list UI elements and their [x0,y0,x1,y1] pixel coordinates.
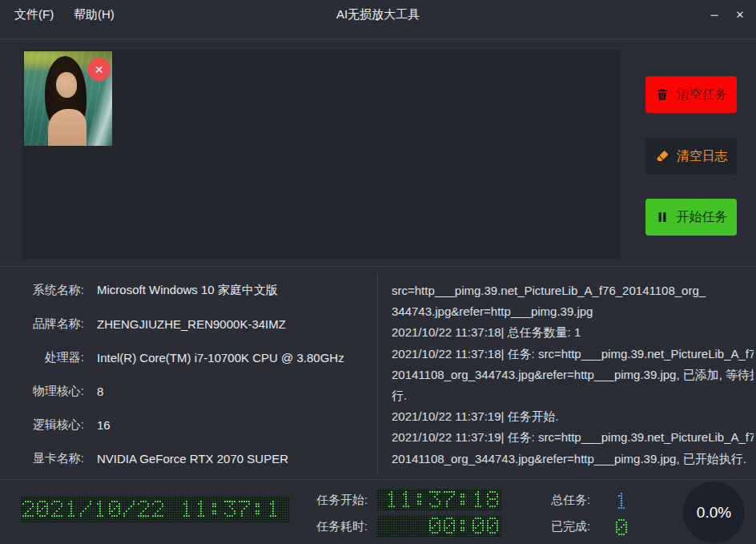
pause-icon [655,210,670,224]
log-panel[interactable]: src=http___pimg.39.net_PictureLib_A_f76_… [392,280,754,473]
led-datetime-display [20,496,289,522]
info-row-gpu: 显卡名称: NVIDIA GeForce RTX 2070 SUPER [16,441,368,475]
led-completed-count [613,517,628,538]
led-total-tasks-count [613,490,628,512]
titlebar-divider [0,38,756,39]
task-start-label: 任务开始: [316,493,368,508]
log-line: 2021/10/22 11:37:19| 任务: src=http___pimg… [392,427,754,448]
log-line: 20141108_org_344743.jpg&refer=http___pim… [392,365,754,385]
content-divider [0,266,756,267]
info-value: 16 [97,418,111,432]
task-list-panel: ✕ [22,50,621,259]
system-info: 系统名称: Microsoft Windows 10 家庭中文版 品牌名称: Z… [16,273,368,475]
log-line: 2021/10/22 11:37:18| 任务: src=http___pimg… [392,344,754,365]
minimize-button[interactable]: ─ [703,5,726,24]
info-row-os: 系统名称: Microsoft Windows 10 家庭中文版 [16,273,368,307]
window-title: AI无损放大工具 [0,7,756,22]
info-row-logical-cores: 逻辑核心: 16 [16,408,368,441]
info-label: 物理核心: [16,384,84,399]
app-window: 文件(F) 帮助(H) AI无损放大工具 ─ ✕ ✕ 清空任务 清空日志 开始任… [0,0,756,544]
info-log-divider [377,273,378,474]
log-line: src=http___pimg.39.net_PictureLib_A_f76_… [392,280,754,301]
info-row-cpu: 处理器: Intel(R) Core(TM) i7-10700K CPU @ 3… [16,341,368,374]
info-label: 品牌名称: [16,316,84,332]
info-label: 系统名称: [16,283,84,298]
thumbnail-person-face [56,72,77,98]
info-value: Microsoft Windows 10 家庭中文版 [97,283,278,298]
progress-indicator: 0.0% [683,482,745,543]
led-task-elapsed-time [376,515,501,537]
info-value: 8 [97,385,103,398]
eraser-icon [655,149,670,163]
info-label: 处理器: [16,350,84,365]
remove-task-icon[interactable]: ✕ [87,58,111,81]
close-button[interactable]: ✕ [729,5,751,24]
titlebar: 文件(F) 帮助(H) AI无损放大工具 ─ ✕ [0,0,756,38]
info-value: Intel(R) Core(TM) i7-10700K CPU @ 3.80GH… [97,351,344,365]
info-row-physical-cores: 物理核心: 8 [16,374,368,408]
task-elapsed-label: 任务耗时: [316,519,368,534]
info-value: ZHENGJIUZHE_REN9000K-34IMZ [97,317,286,331]
start-task-label: 开始任务 [677,209,728,226]
total-tasks-label: 总任务: [551,493,590,508]
info-row-brand: 品牌名称: ZHENGJIUZHE_REN9000K-34IMZ [16,307,368,341]
info-label: 逻辑核心: [16,417,84,433]
info-value: NVIDIA GeForce RTX 2070 SUPER [97,452,288,465]
log-line: 行. [392,385,754,406]
thumbnail-person-shoulder [48,109,86,146]
clear-tasks-label: 清空任务 [677,87,728,103]
led-task-start-time [376,489,501,510]
trash-icon [655,87,670,102]
clear-logs-label: 清空日志 [677,148,728,165]
log-line: 2021/10/22 11:37:18| 总任务数量: 1 [392,322,754,343]
task-thumbnail[interactable]: ✕ [24,51,112,146]
start-task-button[interactable]: 开始任务 [645,199,737,236]
statusbar-divider [0,479,756,480]
info-label: 显卡名称: [16,451,84,466]
log-line: 2021/10/22 11:37:19| 任务开始. [392,406,754,427]
clear-tasks-button[interactable]: 清空任务 [645,76,737,113]
progress-value: 0.0% [697,504,731,522]
clear-logs-button[interactable]: 清空日志 [645,138,737,175]
log-line: 20141108_org_344743.jpg&refer=http___pim… [392,449,754,469]
log-line: 344743.jpg&refer=http___pimg.39.jpg [392,301,754,322]
completed-label: 已完成: [551,519,590,534]
